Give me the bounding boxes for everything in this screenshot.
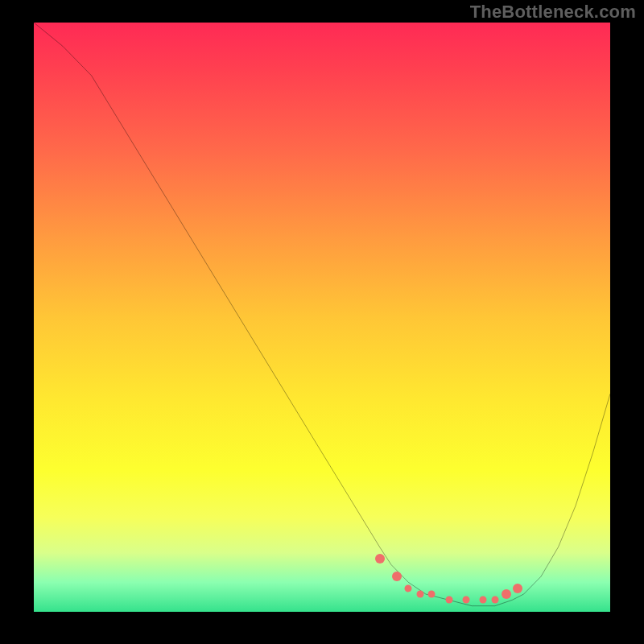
marker-dot xyxy=(445,597,452,604)
marker-dot xyxy=(375,554,385,564)
chart-frame: TheBottleneck.com xyxy=(0,0,644,644)
marker-dot xyxy=(480,597,487,604)
curve-path xyxy=(34,23,610,606)
marker-dot xyxy=(416,591,423,598)
marker-dot xyxy=(405,584,412,592)
attribution-label: TheBottleneck.com xyxy=(470,2,636,23)
marker-dot xyxy=(392,572,402,581)
marker-dot xyxy=(463,597,470,604)
marker-dot xyxy=(491,597,498,604)
marker-dot xyxy=(502,589,511,599)
plot-area xyxy=(34,23,610,612)
bottleneck-curve xyxy=(34,23,610,612)
marker-dot xyxy=(428,591,436,598)
marker-dot xyxy=(513,584,522,593)
